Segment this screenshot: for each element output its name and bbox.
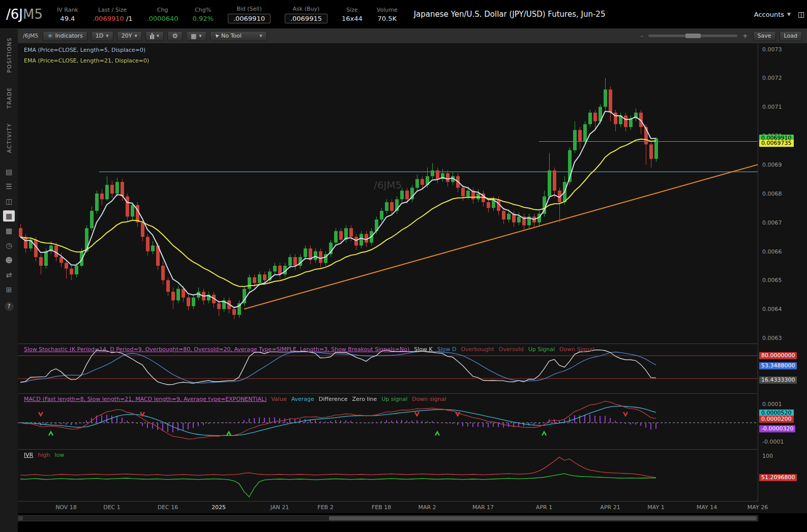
panel-separator[interactable] [18, 449, 807, 450]
price-tick: 0.0065 [762, 277, 782, 284]
quote-header: /6JM5 IV Rank49.4Last / Size.0069910 /1C… [0, 0, 807, 28]
field-value: 16x44 [342, 15, 363, 22]
load-button[interactable]: Load [780, 31, 802, 41]
ivr-panel[interactable] [18, 450, 758, 501]
field-value[interactable]: .0069915 [285, 14, 327, 23]
price-axis[interactable]: 0.00730.00720.00710.00700.00690.00680.00… [758, 44, 807, 502]
quote-field-bid-sell: Bid (Sell).0069910 [228, 6, 271, 23]
legend-item: MACD (Fast length=8, Slow length=21, MAC… [24, 396, 266, 402]
price-tick: 0.0064 [762, 306, 782, 312]
range-dropdown[interactable]: 20Y ▼ [117, 31, 142, 41]
chart-toolbar: /6JM5 ✳ Indicators 1D ▼ 20Y ▼ ▼ ⚙ ▦ ▼ ➤ … [18, 28, 807, 44]
date-tick: 2025 [212, 504, 226, 511]
panel-separator[interactable] [18, 343, 807, 344]
axis-badge: 16.4333300 [759, 377, 797, 384]
field-value[interactable]: .0069910 [228, 14, 271, 23]
date-tick: JAN 21 [271, 504, 289, 511]
field-label: Chg [157, 7, 168, 13]
ema-legend[interactable]: EMA (Price=CLOSE, Length=5, Displace=0)E… [24, 47, 149, 68]
legend-item: Zero line [352, 396, 377, 402]
grid-icon[interactable]: ▩ [3, 225, 15, 236]
indicators-icon: ✳ [47, 33, 52, 40]
chevron-down-icon: ▼ [134, 34, 137, 38]
price-tick: 0.0066 [762, 248, 782, 255]
date-tick: MAR 2 [418, 504, 436, 511]
help-icon[interactable]: ? [5, 302, 14, 311]
price-tick: 0.0069 [762, 162, 782, 168]
scrollbar-left-notch[interactable] [19, 516, 23, 520]
timeframe-dropdown[interactable]: 1D ▼ [91, 31, 113, 41]
axis-badge: 80.0000000 [759, 352, 797, 359]
date-tick: DEC 1 [103, 504, 121, 511]
monitor-icon[interactable]: ◫ [3, 196, 15, 207]
instrument-title: Japanese Yen/U.S. Dollar (JPY/USD) Futur… [414, 10, 606, 19]
zoom-in-button[interactable]: + [741, 32, 750, 40]
field-label: Volume [377, 7, 398, 13]
legend-item: Overbought [461, 346, 494, 353]
legend-item: Difference [319, 396, 348, 402]
price-tick: 0.0068 [762, 191, 782, 197]
sidebar-tab-positions[interactable]: POSITIONS [6, 37, 12, 73]
quote-field-chg: Chg.0000640 [147, 7, 178, 22]
accounts-menu[interactable]: Accounts ▼ [754, 11, 791, 18]
layout-dropdown[interactable]: ▦ ▼ [186, 31, 206, 41]
symbol-month: M5 [23, 7, 43, 22]
price-tick: 0.0072 [762, 75, 782, 81]
date-tick: APR 21 [600, 504, 620, 511]
sidebar-tab-trade[interactable]: TRADE [6, 87, 12, 109]
stochastic-legend[interactable]: Slow Stochastic (K Period=14, D Period=9… [24, 346, 599, 353]
date-tick: FEB 18 [372, 504, 391, 511]
indicators-label: Indicators [55, 33, 83, 39]
field-label: Ask (Buy) [293, 6, 320, 12]
ivr-legend[interactable]: IVRhighlow [24, 452, 69, 458]
macd-axis-tick: -0.0001 [762, 439, 784, 445]
chart-icon[interactable]: ▦ [3, 210, 15, 222]
indicators-button[interactable]: ✳ Indicators [43, 31, 87, 41]
chevron-down-icon: ▼ [157, 34, 159, 38]
legend-item: Slow D [437, 346, 457, 353]
chevron-down-icon: ▼ [199, 34, 201, 38]
symbol: /6JM5 [6, 7, 43, 22]
sidebar-tab-activity[interactable]: ACTIVITY [6, 123, 12, 153]
accounts-icon[interactable]: ☻ [3, 255, 15, 266]
field-label: Bid (Sell) [236, 6, 262, 12]
date-tick: DEC 16 [158, 504, 178, 511]
timeframe-value: 1D [96, 33, 103, 39]
field-value: .0000640 [147, 15, 178, 22]
settings-button[interactable]: ⚙ [167, 31, 183, 41]
quote-field-ask-buy: Ask (Buy).0069915 [285, 6, 327, 23]
main-price-chart[interactable] [18, 44, 758, 343]
trading-platform-window: /6JM5 IV Rank49.4Last / Size.0069910 /1C… [0, 0, 807, 532]
field-value: 70.5K [377, 15, 396, 22]
drawing-tool-dropdown[interactable]: ➤ No Tool ▼ [210, 31, 267, 41]
field-value: 0.92% [193, 15, 214, 22]
history-icon[interactable]: ◷ [3, 240, 15, 251]
chart-type-dropdown[interactable]: ▼ [145, 31, 164, 41]
watchlist-icon[interactable]: ☰ [3, 181, 15, 192]
scrollbar-thumb[interactable] [329, 516, 757, 520]
date-tick: MAY 26 [748, 504, 768, 511]
panel-separator[interactable] [18, 393, 807, 394]
time-axis[interactable]: NOV 18DEC 1DEC 162025JAN 21FEB 2FEB 18MA… [18, 502, 758, 512]
quote-field-volume: Volume70.5K [377, 7, 398, 22]
zoom-out-button[interactable]: - [639, 32, 645, 40]
macd-legend[interactable]: MACD (Fast length=8, Slow length=21, MAC… [24, 396, 451, 402]
window-icon[interactable]: ◫ [798, 10, 806, 18]
legend-item: Value [271, 396, 286, 402]
legend-item: Up Signal [528, 346, 555, 353]
field-label: Chg% [195, 7, 211, 13]
save-button[interactable]: Save [753, 31, 776, 41]
zoom-slider[interactable] [648, 35, 737, 37]
date-tick: MAY 1 [647, 504, 664, 511]
legend-item: Slow Stochastic (K Period=14, D Period=9… [24, 346, 409, 353]
quote-fields: IV Rank49.4Last / Size.0069910 /1Chg.000… [43, 6, 398, 23]
quotes-icon[interactable]: ▤ [3, 166, 15, 177]
zoom-slider-thumb[interactable] [685, 34, 701, 38]
legend-item: Oversold [499, 346, 524, 353]
sidebar-icons: ▤☰◫▦▩◷☻⇄⊞? [0, 166, 18, 311]
chart-scrollbar[interactable] [18, 515, 758, 521]
date-tick: APR 1 [536, 504, 552, 511]
price-tick: 0.0071 [762, 104, 782, 110]
transfers-icon[interactable]: ⇄ [3, 269, 15, 280]
futures-icon[interactable]: ⊞ [3, 284, 15, 295]
